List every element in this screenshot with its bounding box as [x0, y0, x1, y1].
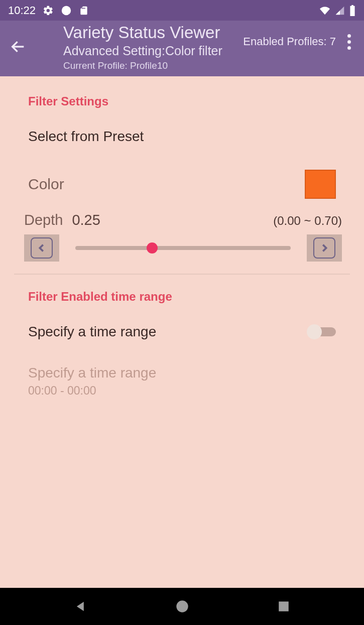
color-row[interactable]: Color — [0, 170, 364, 199]
content: Filter Settings Select from Preset Color… — [0, 76, 364, 588]
app-header: Variety Status Viewer Advanced Setting:C… — [0, 21, 364, 76]
color-label: Color — [28, 176, 64, 193]
time-range-switch[interactable] — [307, 324, 336, 339]
depth-header: Depth 0.25 (0.00 ~ 0.70) — [0, 212, 364, 228]
back-button[interactable] — [7, 36, 29, 58]
depth-value: 0.25 — [72, 212, 100, 228]
sd-card-icon — [79, 5, 89, 16]
app-title: Variety Status Viewer — [63, 24, 233, 42]
svg-rect-2 — [279, 601, 289, 611]
chevron-right-icon — [319, 241, 330, 255]
preset-row[interactable]: Select from Preset — [0, 129, 364, 145]
triangle-left-icon — [74, 599, 88, 613]
svg-point-0 — [62, 6, 71, 15]
time-range-disabled-value: 00:00 - 00:00 — [28, 384, 336, 398]
status-bar: 10:22 — [0, 0, 364, 21]
depth-label: Depth — [24, 212, 63, 228]
circle-icon — [175, 599, 189, 613]
color-swatch[interactable] — [305, 170, 336, 199]
header-right: Enabled Profiles: 7 — [243, 34, 357, 50]
wifi-icon — [319, 6, 331, 16]
header-titles: Variety Status Viewer Advanced Setting:C… — [39, 24, 233, 71]
status-right — [319, 5, 356, 16]
battery-icon — [349, 5, 356, 16]
section-filter-settings: Filter Settings — [0, 76, 364, 108]
switch-thumb — [307, 324, 322, 339]
depth-decrease-button[interactable] — [24, 234, 59, 262]
depth-range: (0.00 ~ 0.70) — [273, 214, 342, 228]
chevron-left-icon — [36, 241, 47, 255]
time-range-toggle-row[interactable]: Specify a time range — [0, 324, 364, 340]
section-time-range: Filter Enabled time range — [0, 275, 364, 304]
dot-icon — [347, 40, 351, 44]
time-range-toggle-label: Specify a time range — [28, 324, 156, 340]
slider-thumb[interactable] — [147, 242, 158, 254]
circle-icon — [61, 5, 72, 16]
slider-track — [75, 246, 291, 250]
status-time: 10:22 — [8, 4, 36, 17]
dot-icon — [347, 34, 351, 38]
nav-recent-button[interactable] — [277, 600, 290, 613]
depth-increase-button[interactable] — [307, 234, 342, 262]
depth-slider[interactable] — [75, 242, 291, 254]
dot-icon — [347, 46, 351, 50]
nav-home-button[interactable] — [175, 599, 189, 613]
cell-signal-icon — [335, 6, 345, 16]
header-subtitle: Advanced Setting:Color filter — [63, 44, 233, 58]
system-nav-bar — [0, 588, 364, 625]
gear-icon — [43, 5, 54, 16]
arrow-left-icon — [10, 38, 27, 55]
nav-back-button[interactable] — [74, 599, 88, 613]
preset-label: Select from Preset — [28, 129, 364, 145]
time-range-value-block: Specify a time range 00:00 - 00:00 — [0, 365, 364, 398]
svg-point-1 — [177, 600, 188, 612]
overflow-menu-button[interactable] — [341, 34, 357, 50]
header-profile: Current Profile: Profile10 — [63, 60, 233, 71]
enabled-profiles: Enabled Profiles: 7 — [243, 35, 336, 48]
depth-slider-row — [0, 234, 364, 262]
time-range-disabled-title: Specify a time range — [28, 365, 336, 381]
square-icon — [277, 600, 290, 613]
status-left: 10:22 — [8, 4, 89, 17]
